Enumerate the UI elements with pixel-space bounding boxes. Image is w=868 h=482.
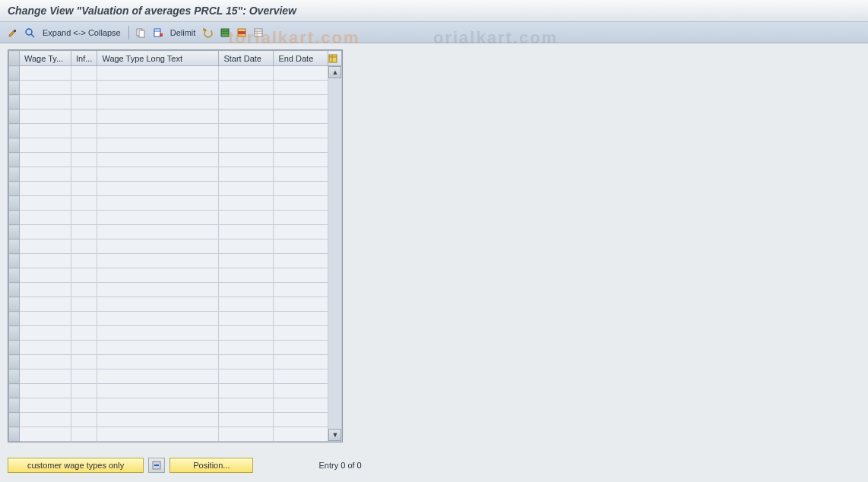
- table-cell[interactable]: [97, 239, 219, 254]
- table-cell[interactable]: [97, 182, 219, 196]
- table-cell[interactable]: [274, 254, 328, 268]
- delimit-button[interactable]: Delimit: [167, 28, 199, 37]
- table-cell[interactable]: [71, 167, 97, 182]
- row-selector[interactable]: [9, 326, 20, 341]
- col-wage-type[interactable]: Wage Ty...: [20, 51, 71, 66]
- row-selector[interactable]: [9, 196, 20, 211]
- table-cell[interactable]: [219, 124, 274, 138]
- table-cell[interactable]: [219, 398, 274, 413]
- row-selector[interactable]: [9, 81, 20, 95]
- copy-icon[interactable]: [134, 26, 147, 40]
- table-settings-icon[interactable]: [328, 51, 342, 66]
- table-cell[interactable]: [97, 283, 219, 297]
- row-selector[interactable]: [9, 66, 20, 81]
- table-cell[interactable]: [274, 355, 328, 369]
- table-cell[interactable]: [274, 182, 328, 196]
- table-cell[interactable]: [71, 427, 97, 442]
- table-cell[interactable]: [71, 196, 97, 211]
- position-icon[interactable]: [148, 458, 165, 473]
- table-cell[interactable]: [97, 109, 219, 124]
- table-cell[interactable]: [274, 297, 328, 312]
- table-cell[interactable]: [274, 124, 328, 138]
- table-cell[interactable]: [71, 326, 97, 341]
- table-cell[interactable]: [20, 427, 71, 442]
- table-cell[interactable]: [71, 95, 97, 109]
- table-cell[interactable]: [20, 341, 71, 355]
- table-cell[interactable]: [20, 95, 71, 109]
- row-selector[interactable]: [9, 239, 20, 254]
- table-cell[interactable]: [97, 196, 219, 211]
- table-cell[interactable]: [71, 225, 97, 239]
- table-cell[interactable]: [71, 138, 97, 153]
- scroll-up-icon[interactable]: ▲: [328, 66, 341, 78]
- table-cell[interactable]: [97, 153, 219, 167]
- table-cell[interactable]: [219, 239, 274, 254]
- table-cell[interactable]: [97, 225, 219, 239]
- table-cell[interactable]: [97, 138, 219, 153]
- table-cell[interactable]: [219, 196, 274, 211]
- table-cell[interactable]: [97, 355, 219, 369]
- table-cell[interactable]: [219, 211, 274, 225]
- table-cell[interactable]: [97, 398, 219, 413]
- position-button[interactable]: Position...: [169, 458, 253, 473]
- table-cell[interactable]: [97, 326, 219, 341]
- table-cell[interactable]: [274, 283, 328, 297]
- table-cell[interactable]: [97, 95, 219, 109]
- table-cell[interactable]: [219, 167, 274, 182]
- table-cell[interactable]: [97, 167, 219, 182]
- table-cell[interactable]: [219, 81, 274, 95]
- table-cell[interactable]: [20, 211, 71, 225]
- table-cell[interactable]: [219, 312, 274, 326]
- row-selector[interactable]: [9, 283, 20, 297]
- table-cell[interactable]: [97, 384, 219, 398]
- table-cell[interactable]: [97, 66, 219, 81]
- table-cell[interactable]: [219, 413, 274, 427]
- table-cell[interactable]: [219, 95, 274, 109]
- table-cell[interactable]: [71, 239, 97, 254]
- row-selector[interactable]: [9, 297, 20, 312]
- row-selector[interactable]: [9, 138, 20, 153]
- table-cell[interactable]: [274, 81, 328, 95]
- table-cell[interactable]: [97, 268, 219, 283]
- table-cell[interactable]: [20, 268, 71, 283]
- table-cell[interactable]: [274, 341, 328, 355]
- scroll-down-icon[interactable]: ▼: [328, 429, 341, 441]
- table-cell[interactable]: [274, 239, 328, 254]
- row-selector[interactable]: [9, 254, 20, 268]
- table-cell[interactable]: [20, 66, 71, 81]
- table-cell[interactable]: [274, 167, 328, 182]
- table-cell[interactable]: [219, 66, 274, 81]
- table-cell[interactable]: [71, 384, 97, 398]
- table-cell[interactable]: [219, 384, 274, 398]
- table-cell[interactable]: [274, 413, 328, 427]
- table-cell[interactable]: [20, 81, 71, 95]
- table-cell[interactable]: [20, 355, 71, 369]
- row-selector[interactable]: [9, 153, 20, 167]
- col-inf[interactable]: Inf...: [71, 51, 97, 66]
- table-cell[interactable]: [274, 312, 328, 326]
- table-cell[interactable]: [71, 413, 97, 427]
- col-start-date[interactable]: Start Date: [219, 51, 274, 66]
- table-cell[interactable]: [20, 384, 71, 398]
- table-cell[interactable]: [97, 427, 219, 442]
- table-cell[interactable]: [274, 95, 328, 109]
- deselect-all-icon[interactable]: [252, 26, 265, 40]
- table-cell[interactable]: [20, 138, 71, 153]
- table-cell[interactable]: [274, 211, 328, 225]
- select-all-icon[interactable]: [218, 26, 232, 40]
- table-cell[interactable]: [20, 239, 71, 254]
- table-cell[interactable]: [71, 369, 97, 384]
- table-cell[interactable]: [274, 326, 328, 341]
- table-cell[interactable]: [20, 182, 71, 196]
- row-selector[interactable]: [9, 124, 20, 138]
- table-cell[interactable]: [219, 369, 274, 384]
- col-end-date[interactable]: End Date: [274, 51, 328, 66]
- table-cell[interactable]: [97, 254, 219, 268]
- table-cell[interactable]: [219, 341, 274, 355]
- table-cell[interactable]: [274, 268, 328, 283]
- table-cell[interactable]: [71, 398, 97, 413]
- table-cell[interactable]: [219, 297, 274, 312]
- expand-collapse-button[interactable]: Expand <-> Collapse: [40, 28, 124, 37]
- toggle-display-change-icon[interactable]: [6, 26, 20, 40]
- table-cell[interactable]: [274, 109, 328, 124]
